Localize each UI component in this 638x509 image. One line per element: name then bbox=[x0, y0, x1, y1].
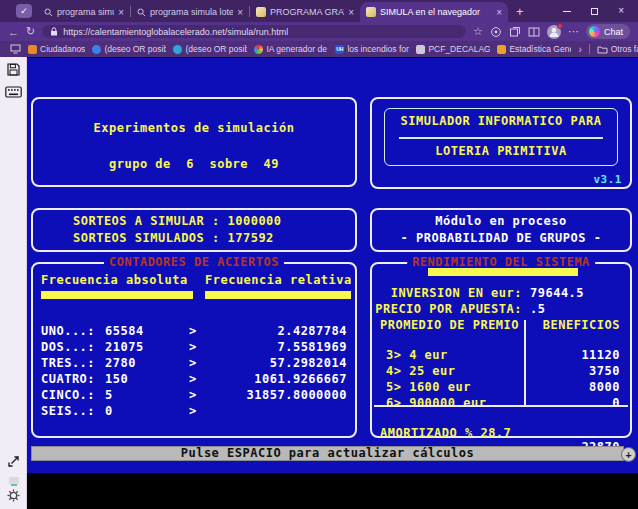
panel-sorteos: SORTEOS A SIMULAR : 1000000 SORTEOS SIMU… bbox=[31, 208, 357, 252]
profile-avatar[interactable] bbox=[547, 25, 561, 39]
modulo-line2: - PROBABILIDAD DE GRUPOS - bbox=[372, 231, 630, 245]
bookmark-favicon bbox=[28, 45, 37, 54]
simulador-title1: SIMULADOR INFORMATICO PARA bbox=[385, 114, 617, 128]
panel-experimentos: Experimentos de simulación grupo de 6 so… bbox=[31, 97, 357, 187]
bookmark-deseo-1[interactable]: (deseo OR posibi... bbox=[92, 44, 166, 54]
search-icon bbox=[44, 8, 53, 17]
folder-icon bbox=[597, 45, 608, 54]
experimentos-line2: grupo de 6 sobre 49 bbox=[33, 157, 355, 171]
precio-row: PRECIO POR APUESTA: .5 bbox=[372, 302, 630, 318]
panel-modulo: Módulo en proceso - PROBABILIDAD DE GRUP… bbox=[370, 208, 632, 252]
amortizado-row: AMORTIZADO % 28.7 22870 bbox=[372, 412, 620, 428]
counter-row-cinco: CINCO.:5>31857.8000000 bbox=[41, 374, 349, 390]
divider bbox=[399, 137, 603, 139]
tab-1[interactable]: programa simula loteria primitiva × bbox=[38, 2, 130, 22]
split-screen-icon[interactable] bbox=[528, 26, 540, 38]
tab-actions-button[interactable]: ✓ bbox=[16, 4, 32, 18]
tab-4-active[interactable]: SIMULA en el navegador × bbox=[360, 2, 508, 22]
divider bbox=[589, 44, 590, 54]
page-favicon bbox=[256, 7, 266, 17]
keyboard-icon[interactable] bbox=[5, 86, 22, 98]
refresh-icon[interactable]: ↻ bbox=[26, 25, 35, 38]
apps-icon[interactable] bbox=[10, 44, 21, 54]
new-tab-button[interactable]: + bbox=[516, 4, 524, 19]
tab-3[interactable]: PROGRAMA GRATIS SIMULADOR × bbox=[250, 2, 360, 22]
bookmark-incendios[interactable]: UH los incendios fores... bbox=[335, 44, 409, 54]
tab-close-icon[interactable]: × bbox=[237, 7, 243, 18]
browser-window: ✓ programa simula loteria primitiva × pr… bbox=[0, 0, 638, 509]
gear-icon[interactable] bbox=[7, 489, 20, 502]
bookmark-estadistica[interactable]: Estadística General... bbox=[497, 44, 571, 54]
fullscreen-expand-icon[interactable] bbox=[7, 455, 20, 468]
address-bar[interactable]: https://calentamientoglobalacelerado.net… bbox=[42, 25, 466, 38]
counter-row-seis: SEIS..:0> bbox=[41, 390, 349, 406]
counter-row-dos: DOS...:21075>7.5581969 bbox=[41, 326, 349, 342]
tab-label: programa simula loteria para hac... bbox=[150, 7, 233, 17]
close-button[interactable]: × bbox=[618, 6, 624, 16]
title-underline bbox=[428, 268, 578, 276]
address-toolbar: ← ↻ https://calentamientoglobalacelerado… bbox=[0, 22, 638, 41]
other-favorites[interactable]: Otros favoritos bbox=[597, 44, 638, 54]
bookmark-pcf-decalago[interactable]: PCF_DECALAGO_JJFF bbox=[416, 44, 490, 54]
status-bar: Pulse ESPACIO para actualizar cálculos bbox=[31, 446, 624, 461]
dos-screen: Experimentos de simulación grupo de 6 so… bbox=[27, 58, 638, 473]
tab-label: SIMULA en el navegador bbox=[380, 7, 492, 17]
tab-close-icon[interactable]: × bbox=[118, 7, 124, 18]
version-label: v3.1 bbox=[594, 173, 623, 186]
bookmark-ciudadanos[interactable]: Ciudadanos bbox=[28, 44, 85, 54]
bookmarks-bar: Ciudadanos (deseo OR posibi... (deseo OR… bbox=[0, 41, 638, 57]
tab-close-icon[interactable]: × bbox=[496, 7, 502, 18]
reading-mode-icon[interactable] bbox=[490, 26, 502, 38]
bookmark-favicon bbox=[92, 45, 101, 54]
restore-button[interactable] bbox=[591, 8, 598, 15]
chat-button[interactable]: Chat bbox=[586, 24, 630, 39]
simulador-title2: LOTERIA PRIMITIVA bbox=[385, 144, 617, 158]
window-controls: × bbox=[563, 6, 638, 16]
counter-row-tres: TRES..:2780>57.2982014 bbox=[41, 342, 349, 358]
divider bbox=[374, 405, 628, 407]
prize-row-3: 3> 4 eur11120 bbox=[372, 334, 620, 350]
sorteos-a-simular: SORTEOS A SIMULAR : 1000000 bbox=[73, 214, 282, 228]
bookmark-favicon bbox=[416, 45, 425, 54]
page-content: Experimentos de simulación grupo de 6 so… bbox=[0, 57, 638, 509]
more-options-icon[interactable]: ⋯ bbox=[568, 25, 579, 38]
tab-2[interactable]: programa simula loteria para hac... × bbox=[131, 2, 249, 22]
collections-icon[interactable] bbox=[509, 26, 521, 38]
tab-close-icon[interactable]: × bbox=[348, 7, 354, 18]
col-frecuencia-relativa: Frecuencia relativa bbox=[205, 273, 352, 287]
counter-row-cuatro: CUATRO:150>1061.9266667 bbox=[41, 358, 349, 374]
copilot-icon bbox=[589, 26, 600, 37]
emulator-sidebar bbox=[0, 57, 27, 509]
panel-contadores: CONTADORES DE ACIERTOS Frecuencia absolu… bbox=[31, 262, 357, 438]
counter-row-uno: UNO...:65584>2.4287784 bbox=[41, 310, 349, 326]
bookmark-deseo-2[interactable]: (deseo OR posibi... bbox=[173, 44, 247, 54]
bookmark-favicon: UH bbox=[335, 45, 344, 54]
contadores-title: CONTADORES DE ACIERTOS bbox=[104, 255, 284, 269]
col-promedio-premio: PROMEDIO DE PREMIO bbox=[380, 318, 519, 332]
minimize-button[interactable] bbox=[563, 11, 571, 12]
save-disk-icon[interactable] bbox=[7, 63, 20, 76]
tab-label: PROGRAMA GRATIS SIMULADOR bbox=[270, 7, 344, 17]
column-underline bbox=[205, 291, 351, 299]
tab-strip: ✓ programa simula loteria primitiva × pr… bbox=[0, 0, 638, 22]
notification-dot bbox=[557, 23, 563, 29]
bookmark-favicon bbox=[254, 45, 263, 54]
col-frecuencia-absoluta: Frecuencia absoluta bbox=[41, 273, 188, 287]
page-favicon bbox=[366, 7, 376, 17]
prize-row-4: 4> 25 eur3750 bbox=[372, 350, 620, 366]
bookmarks-overflow-icon[interactable]: › bbox=[578, 44, 581, 55]
screen-zoom-button[interactable]: + bbox=[621, 447, 636, 462]
modulo-line1: Módulo en proceso bbox=[372, 214, 630, 228]
back-icon[interactable]: ← bbox=[8, 26, 19, 38]
column-underline bbox=[41, 291, 193, 299]
globe-icon bbox=[173, 45, 182, 54]
bookmark-favicon bbox=[497, 45, 506, 54]
bookmark-ia-generador[interactable]: IA generador de i... bbox=[254, 44, 328, 54]
favorites-star-icon[interactable]: ☆ bbox=[473, 25, 483, 38]
tab-label: programa simula loteria primitiva bbox=[57, 7, 114, 17]
panel-rendimiento: RENDIMIENTO DEL SISTEMA INVERSION EN eur… bbox=[370, 262, 632, 438]
prize-row-6: 6> 900000 eur0 bbox=[372, 382, 620, 398]
simulador-inner-frame: SIMULADOR INFORMATICO PARA LOTERIA PRIMI… bbox=[384, 108, 618, 166]
experimentos-line1: Experimentos de simulación bbox=[33, 121, 355, 135]
status-indicator bbox=[9, 477, 19, 484]
